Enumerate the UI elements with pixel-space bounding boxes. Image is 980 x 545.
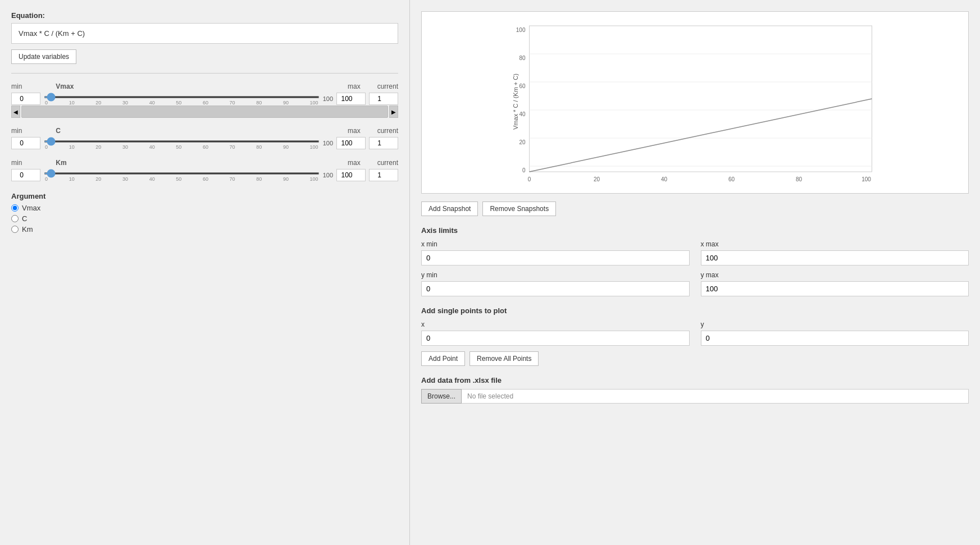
km-current-input[interactable] (369, 169, 398, 181)
chart-container: Vmax * C / (Km + C) 0 20 40 60 80 100 0 … (421, 11, 969, 194)
scrollbar-track[interactable] (21, 106, 388, 118)
remove-all-points-button[interactable]: Remove All Points (470, 351, 539, 366)
x-min-label: x min (421, 240, 690, 248)
add-points-label: Add single points to plot (421, 306, 969, 315)
svg-text:20: 20 (519, 139, 526, 145)
x-min-input[interactable] (421, 250, 690, 265)
radio-km-label: Km (22, 225, 33, 233)
km-max-input[interactable] (336, 169, 366, 181)
y-min-input[interactable] (421, 281, 690, 296)
c-min-label: min (11, 127, 22, 135)
file-placeholder: No file selected (462, 389, 969, 404)
file-row: Browse... No file selected (421, 389, 969, 404)
svg-text:60: 60 (519, 83, 526, 89)
axis-limits-section: Axis limits x min x max y min y max (421, 226, 969, 296)
c-max-input[interactable] (336, 137, 366, 149)
svg-text:0: 0 (522, 167, 526, 173)
vmax-max-badge: 100 (323, 95, 333, 102)
add-point-button[interactable]: Add Point (421, 351, 465, 366)
km-current-label: current (377, 159, 398, 167)
x-axis-label: Vmax (690, 185, 706, 186)
svg-rect-12 (530, 26, 872, 172)
km-min-input[interactable] (11, 169, 40, 181)
svg-text:60: 60 (728, 176, 735, 182)
left-panel: Equation: Vmax * C / (Km + C) Update var… (0, 0, 410, 545)
y-max-input[interactable] (701, 281, 969, 296)
y-min-label: y min (421, 271, 690, 279)
svg-text:20: 20 (594, 176, 600, 182)
radio-km[interactable]: Km (11, 225, 398, 233)
c-max-label: max (348, 127, 361, 135)
svg-text:80: 80 (796, 176, 803, 182)
radio-c[interactable]: C (11, 214, 398, 223)
vmax-max-input[interactable] (336, 93, 366, 105)
vmax-current-input[interactable] (369, 93, 398, 105)
update-variables-button[interactable]: Update variables (11, 49, 76, 64)
points-grid: x y (421, 320, 969, 346)
vmax-slider-section: min Vmax max current 0 10 20 30 40 50 60 (11, 83, 398, 106)
c-current-input[interactable] (369, 137, 398, 149)
vmax-slider[interactable] (44, 96, 320, 98)
svg-text:40: 40 (519, 111, 526, 117)
x-point-input[interactable] (421, 331, 690, 346)
radio-vmax-label: Vmax (22, 204, 40, 212)
svg-text:0: 0 (528, 176, 531, 182)
c-label: C (56, 127, 61, 135)
right-panel: Vmax * C / (Km + C) 0 20 40 60 80 100 0 … (410, 0, 980, 545)
equation-display: Vmax * C / (Km + C) (11, 23, 398, 44)
km-max-badge: 100 (323, 172, 333, 178)
km-max-label: max (348, 159, 361, 167)
x-max-field: x max (701, 240, 969, 265)
radio-c-label: C (22, 214, 27, 223)
radio-vmax[interactable]: Vmax (11, 204, 398, 212)
svg-text:100: 100 (862, 176, 871, 182)
argument-label: Argument (11, 192, 398, 200)
divider (11, 73, 398, 74)
radio-km-input[interactable] (11, 226, 19, 233)
argument-section: Argument Vmax C Km (11, 192, 398, 233)
y-axis-label: Vmax * C / (Km + C) (512, 74, 519, 130)
svg-text:40: 40 (661, 176, 668, 182)
xlsx-label: Add data from .xlsx file (421, 376, 969, 384)
vmax-min-label: min (11, 83, 22, 90)
y-max-label: y max (701, 271, 969, 279)
vmax-scrollbar: ◀ ▶ (11, 106, 398, 118)
add-points-section: Add single points to plot x y Add Point … (421, 306, 969, 366)
equation-label: Equation: (11, 11, 398, 20)
snapshot-buttons-row: Add Snapshot Remove Snapshots (421, 201, 969, 216)
c-min-input[interactable] (11, 137, 40, 149)
x-point-label: x (421, 320, 690, 328)
chart-svg: Vmax * C / (Km + C) 0 20 40 60 80 100 0 … (427, 17, 963, 186)
y-min-field: y min (421, 271, 690, 296)
x-max-label: x max (701, 240, 969, 248)
c-slider-section: min C max current 0 10 20 30 40 50 60 (11, 127, 398, 150)
radio-vmax-input[interactable] (11, 204, 19, 212)
x-point-field: x (421, 320, 690, 346)
axis-limits-label: Axis limits (421, 226, 969, 235)
points-buttons-row: Add Point Remove All Points (421, 351, 969, 366)
scroll-right-btn[interactable]: ▶ (389, 106, 398, 118)
add-snapshot-button[interactable]: Add Snapshot (421, 201, 478, 216)
radio-c-input[interactable] (11, 215, 19, 222)
c-max-badge: 100 (323, 140, 333, 146)
x-max-input[interactable] (701, 250, 969, 265)
c-slider[interactable] (44, 140, 320, 143)
y-max-field: y max (701, 271, 969, 296)
scroll-left-btn[interactable]: ◀ (11, 106, 20, 118)
svg-text:80: 80 (519, 55, 526, 61)
y-point-label: y (701, 320, 969, 328)
svg-text:100: 100 (516, 27, 526, 33)
vmax-label: Vmax (56, 83, 74, 90)
km-min-label: min (11, 159, 22, 167)
km-slider-section: min Km max current 0 10 20 30 40 50 60 (11, 159, 398, 182)
km-slider[interactable] (44, 172, 320, 175)
argument-radio-group: Vmax C Km (11, 204, 398, 233)
c-current-label: current (377, 127, 398, 135)
vmax-current-label: current (377, 83, 398, 90)
y-point-input[interactable] (701, 331, 969, 346)
vmax-min-input[interactable] (11, 93, 40, 105)
vmax-max-label: max (348, 83, 361, 90)
remove-snapshots-button[interactable]: Remove Snapshots (482, 201, 556, 216)
browse-button[interactable]: Browse... (421, 389, 462, 404)
y-point-field: y (701, 320, 969, 346)
